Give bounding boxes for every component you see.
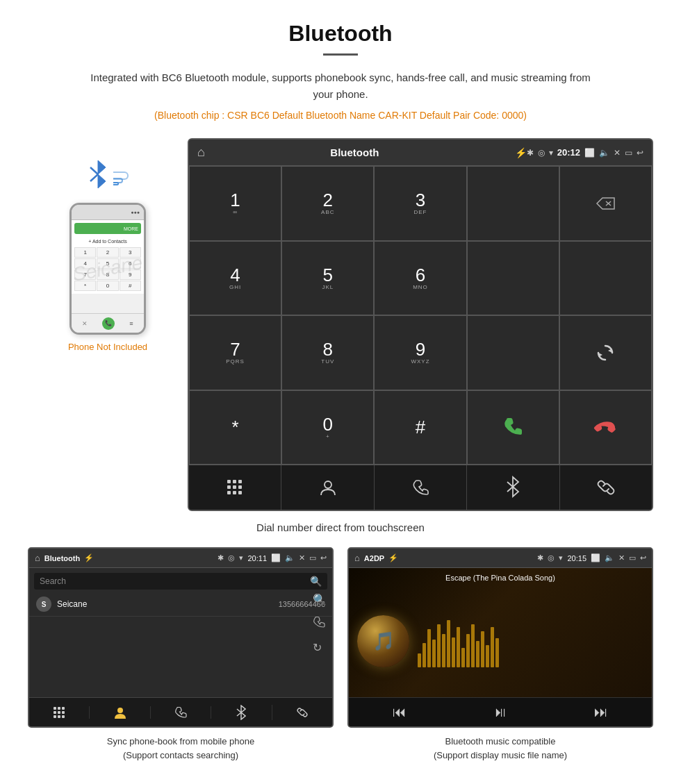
car-screen-title: Bluetooth [215, 147, 494, 158]
svg-marker-4 [608, 349, 612, 353]
small-nav-link[interactable] [272, 706, 332, 719]
svg-rect-14 [238, 491, 242, 494]
svg-rect-25 [58, 715, 60, 718]
dial-key-0[interactable]: 0 + [281, 390, 374, 465]
title-divider [323, 53, 358, 56]
small-nav-calls[interactable] [151, 706, 211, 719]
dial-key-1[interactable]: 1 ∞ [189, 166, 281, 241]
nav-bluetooth[interactable] [467, 465, 559, 510]
music-title: A2DP [364, 554, 384, 562]
contacts-time: 20:11 [247, 554, 267, 562]
dial-key-3[interactable]: 3 DEF [374, 166, 466, 241]
svg-rect-12 [227, 491, 231, 494]
phone-side-icon[interactable] [313, 616, 327, 631]
page-description: Integrated with BC6 Bluetooth module, su… [80, 69, 601, 103]
phone-screen: MORE + Add to Contacts 1 2 3 4 5 6 7 8 9… [72, 220, 144, 294]
dial-key-7[interactable]: 7 PQRS [189, 315, 281, 390]
svg-rect-10 [233, 485, 236, 489]
nav-contacts[interactable] [281, 465, 374, 510]
small-nav-dialpad[interactable] [29, 706, 90, 719]
music-content: Escape (The Pina Colada Song) 🎵 [349, 568, 652, 726]
phone-not-included-label: Phone Not Included [68, 342, 147, 352]
phone-key-2: 2 [97, 247, 118, 258]
music-vol-icon: 🔈 [605, 553, 614, 562]
svg-rect-7 [233, 480, 236, 483]
music-x-icon: ✕ [618, 553, 625, 562]
back-icon[interactable]: ↩ [637, 148, 643, 158]
contacts-search-icon: 🔍 [310, 576, 322, 587]
volume-icon: 🔈 [599, 148, 609, 158]
dial-refresh[interactable] [559, 315, 652, 390]
bluetooth-status-icon: ✱ [527, 148, 534, 158]
prev-btn[interactable]: ⏮ [393, 704, 407, 720]
phone-key-1: 1 [74, 247, 96, 258]
svg-rect-6 [227, 480, 231, 483]
refresh-side-icon[interactable]: ↻ [313, 641, 327, 654]
dial-backspace[interactable] [559, 166, 652, 241]
phone-key-4: 4 [74, 258, 96, 269]
dial-key-6[interactable]: 6 MNO [374, 241, 466, 316]
dial-endcall-btn[interactable] [559, 390, 652, 465]
bluetooth-icon [88, 159, 108, 197]
svg-rect-20 [62, 707, 65, 710]
music-usb-icon: ⚡ [388, 553, 398, 562]
dial-caption: Dial number direct from touchscreen [28, 522, 653, 533]
play-pause-btn[interactable]: ⏯ [493, 704, 507, 720]
svg-rect-19 [58, 707, 60, 710]
contacts-search-bar[interactable]: Search 🔍 [34, 573, 327, 590]
bluetooth-signal-area [88, 159, 129, 197]
phone-top-bar: ●●● [72, 205, 144, 220]
signal-waves [113, 172, 129, 185]
svg-rect-18 [54, 707, 56, 710]
nav-link[interactable] [560, 465, 652, 510]
contacts-back-icon[interactable]: ↩ [320, 553, 327, 562]
contacts-screen-container: ⌂ Bluetooth ⚡ ✱ ◎ ▾ 20:11 ⬜ 🔈 ✕ ▭ ↩ [28, 547, 334, 762]
music-home-icon[interactable]: ⌂ [354, 553, 360, 563]
contacts-bottom-nav [29, 697, 332, 726]
next-btn[interactable]: ⏭ [594, 704, 608, 720]
car-screen-header: ⌂ Bluetooth ⚡ ✱ ◎ ▾ 20:12 ⬜ 🔈 ✕ ▭ ↩ [189, 140, 652, 166]
contact-row[interactable]: S Seicane 13566664466 [29, 592, 332, 617]
music-back-icon[interactable]: ↩ [640, 553, 646, 562]
dial-key-star[interactable]: * [189, 390, 281, 465]
dial-key-5[interactable]: 5 JKL [281, 241, 374, 316]
dial-key-9[interactable]: 9 WXYZ [374, 315, 466, 390]
car-bottom-nav [189, 465, 652, 510]
dial-key-hash[interactable]: # [374, 390, 466, 465]
page-title: Bluetooth [28, 21, 653, 47]
small-nav-bluetooth[interactable] [211, 705, 272, 720]
contacts-loc-icon: ◎ [228, 553, 235, 562]
svg-line-28 [237, 709, 241, 712]
home-icon[interactable]: ⌂ [197, 145, 205, 160]
phone-key-6: 6 [120, 258, 141, 269]
dial-key-2[interactable]: 2 ABC [281, 166, 374, 241]
phone-key-star: * [74, 281, 96, 291]
phone-key-3: 3 [120, 247, 141, 258]
dial-call-btn[interactable] [467, 390, 559, 465]
phone-key-8: 8 [97, 269, 118, 280]
car-screen-main: ⌂ Bluetooth ⚡ ✱ ◎ ▾ 20:12 ⬜ 🔈 ✕ ▭ ↩ [188, 138, 653, 511]
music-caption: Bluetooth music compatible (Support disp… [347, 735, 653, 762]
dial-key-8[interactable]: 8 TUV [281, 315, 374, 390]
svg-rect-8 [238, 480, 242, 483]
contact-avatar: S [36, 597, 51, 612]
phone-green-bar: MORE [74, 223, 141, 234]
svg-line-17 [507, 487, 513, 492]
nav-dialpad[interactable] [189, 465, 281, 510]
search-side-icon[interactable]: 🔍 [313, 593, 327, 606]
phone-key-9: 9 [120, 269, 141, 280]
dial-key-4[interactable]: 4 GHI [189, 241, 281, 316]
music-time: 20:15 [567, 554, 586, 562]
small-nav-contacts-active[interactable] [90, 706, 150, 719]
contacts-win-icon: ▭ [309, 553, 316, 562]
contacts-home-icon[interactable]: ⌂ [35, 553, 40, 563]
music-wifi-icon: ▾ [559, 553, 563, 562]
phone-key-5: 5 [97, 258, 118, 269]
phone-key-0: 0 [97, 281, 118, 291]
music-loc-icon: ◎ [548, 553, 555, 562]
nav-calls[interactable] [375, 465, 467, 510]
svg-marker-5 [598, 353, 602, 357]
svg-line-16 [507, 482, 513, 487]
contact-name: Seicane [57, 599, 279, 609]
contacts-bt-icon: ✱ [218, 553, 224, 562]
